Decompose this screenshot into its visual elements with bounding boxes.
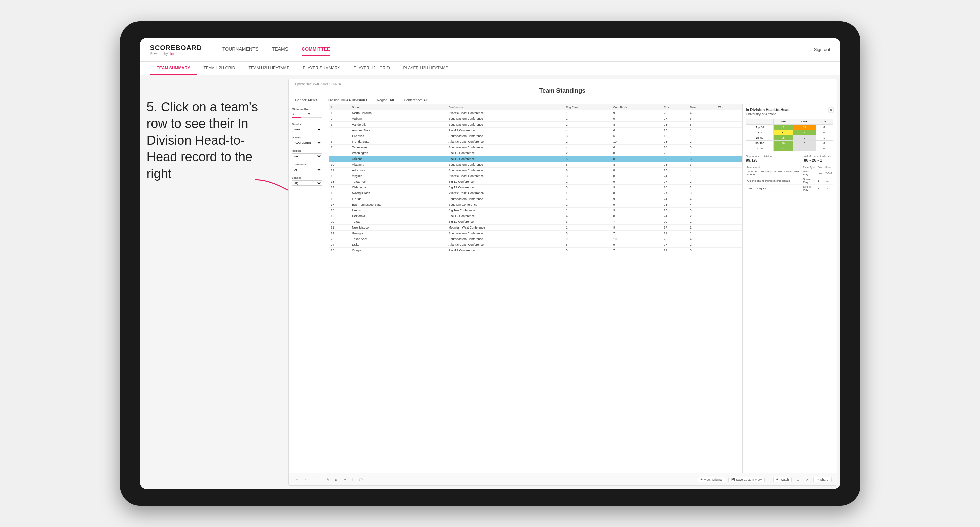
table-row[interactable]: 13 Texas Tech Big 12 Conference 1 9 27 2: [329, 179, 742, 185]
h2h-panel: ✕ In Division Head-to-Head University of…: [742, 104, 837, 473]
division-select[interactable]: NCAA Division I: [292, 140, 322, 145]
forward-button[interactable]: ›: [311, 477, 316, 482]
conference-select[interactable]: (All): [292, 167, 322, 172]
table-row[interactable]: 15 Georgia Tech Atlantic Coast Conferenc…: [329, 190, 742, 196]
school-select[interactable]: (All): [292, 180, 322, 186]
nav-teams[interactable]: TEAMS: [272, 44, 288, 56]
h2h-loss-51100: 3: [793, 141, 816, 146]
gender-section: Gender Men's: [292, 122, 325, 132]
tab-player-h2h-heatmap[interactable]: PLAYER H2H HEATMAP: [396, 62, 455, 75]
table-row[interactable]: 3 Vanderbilt Southeastern Conference 2 8…: [329, 122, 742, 127]
cell-reg-rank: 5: [564, 156, 611, 162]
tab-player-summary[interactable]: PLAYER SUMMARY: [296, 62, 347, 75]
cell-conference: Big 12 Conference: [446, 179, 563, 185]
table-row[interactable]: 6 Florida State Atlantic Coast Conferenc…: [329, 139, 742, 145]
table-row[interactable]: 11 Arkansas Southeastern Conference 6 8 …: [329, 168, 742, 173]
cell-conf-rank: 9: [611, 110, 662, 116]
h2h-win-top10: 3: [774, 124, 793, 130]
cell-win: [716, 162, 742, 168]
sep1: |: [320, 478, 320, 481]
conference-filter: Conference: All: [404, 98, 428, 102]
table-row[interactable]: 7 Tennessee Southeastern Conference 4 6 …: [329, 145, 742, 151]
cell-tour: 6: [688, 116, 716, 122]
cell-school: Florida: [350, 196, 446, 202]
watch-button[interactable]: 👁 Watch: [773, 477, 792, 482]
cell-reg-rank: 2: [564, 122, 611, 127]
grid-button[interactable]: ⊞: [333, 477, 340, 482]
opponents-stat: Opponents in division: 99.1%: [746, 155, 773, 162]
tournament-row-2[interactable]: Arizona Thunderbirds Intercollegiate Str…: [746, 177, 833, 185]
min-rounds-label: Minimum Rou...: [292, 108, 325, 111]
cell-tour: 3: [688, 208, 716, 213]
cell-conference: Southeastern Conference: [446, 196, 563, 202]
table-row[interactable]: 23 Texas A&M Southeastern Conference 9 1…: [329, 236, 742, 242]
table-row[interactable]: 4 Arizona State Pac-12 Conference 4 6 26…: [329, 127, 742, 133]
cell-conf-rank: 10: [611, 139, 662, 145]
tab-team-h2h-grid[interactable]: TEAM H2H GRID: [197, 62, 242, 75]
fullscreen-button[interactable]: ⤢: [804, 477, 811, 482]
cell-rank: 13: [329, 179, 350, 185]
undo-button[interactable]: ↩: [294, 477, 300, 482]
h2h-tie-2650: 1: [816, 135, 833, 141]
min-rounds-slider[interactable]: [292, 117, 322, 119]
nav-committee[interactable]: COMMITTEE: [302, 44, 330, 56]
gender-select[interactable]: Men's: [292, 127, 322, 132]
region-value: All: [390, 98, 394, 102]
table-row[interactable]: 9 Arizona Pac-12 Conference 5 8 30 3: [329, 156, 742, 162]
h2h-label-1125: 11-25: [746, 130, 774, 135]
t-score-1: 2-3-0: [824, 169, 833, 177]
clock-button[interactable]: 🕐: [357, 477, 364, 482]
cell-tour: 5: [688, 122, 716, 127]
table-row[interactable]: 22 Georgia Southeastern Conference 8 7 2…: [329, 230, 742, 236]
cell-win: [716, 110, 742, 116]
table-row[interactable]: 16 Florida Southeastern Conference 7 9 2…: [329, 196, 742, 202]
cell-school: Ole Miss: [350, 133, 446, 139]
table-row[interactable]: 25 Oregon Pac-12 Conference 5 7 21 0: [329, 248, 742, 253]
cell-conf-rank: 6: [611, 127, 662, 133]
tab-player-h2h-grid[interactable]: PLAYER H2H GRID: [347, 62, 396, 75]
table-row[interactable]: 2 Auburn Southeastern Conference 1 9 27 …: [329, 116, 742, 122]
cell-conference: Pac-12 Conference: [446, 213, 563, 219]
table-row[interactable]: 8 Washington Pac-12 Conference 2 8 23 1: [329, 151, 742, 156]
h2h-close-button[interactable]: ✕: [828, 107, 834, 113]
table-row[interactable]: 20 Texas Big 12 Conference 3 7 20 2: [329, 219, 742, 225]
tournament-row-1[interactable]: Jackson T. Stephens Cup Men's Match-Play…: [746, 169, 833, 177]
back-button[interactable]: ‹: [303, 477, 308, 482]
table-row[interactable]: 18 Illinois Big Ten Conference 1 9 23 3: [329, 208, 742, 213]
screen-button[interactable]: ⊡: [794, 477, 801, 482]
min-rounds-input1[interactable]: [292, 112, 305, 116]
cell-reg-rank: 9: [564, 236, 611, 242]
h2h-col-label: [746, 119, 774, 124]
table-row[interactable]: 21 New Mexico Mountain West Conference 1…: [329, 225, 742, 230]
region-select[interactable]: N/A: [292, 154, 322, 159]
view-original-button[interactable]: 👁 View: Original: [697, 477, 725, 482]
h2h-loss-2650: 2: [793, 135, 816, 141]
table-row[interactable]: 14 Oklahoma Big 12 Conference 3 9 26 2: [329, 185, 742, 190]
table-row[interactable]: 12 Virginia Atlantic Coast Conference 3 …: [329, 173, 742, 179]
cell-conference: Southern Conference: [446, 202, 563, 208]
sign-out-link[interactable]: Sign out: [814, 47, 830, 52]
save-custom-button[interactable]: 💾 Save Custom View: [728, 477, 765, 482]
tournament-row-3[interactable]: Cabo Collegiate Stroke Play 11 17: [746, 185, 833, 192]
cell-rds: 23: [662, 110, 688, 116]
min-rounds-input2[interactable]: [307, 112, 320, 116]
tab-team-summary[interactable]: TEAM SUMMARY: [150, 62, 197, 75]
table-row[interactable]: 24 Duke Atlantic Coast Conference 5 9 27…: [329, 242, 742, 248]
table-row[interactable]: 19 California Pac-12 Conference 4 8 24 2: [329, 213, 742, 219]
cell-win: [716, 230, 742, 236]
cell-school: Arkansas: [350, 168, 446, 173]
cell-rank: 9: [329, 156, 350, 162]
table-row[interactable]: 10 Alabama Southeastern Conference 5 8 2…: [329, 162, 742, 168]
add-button[interactable]: +: [342, 477, 348, 482]
cell-reg-rank: 3: [564, 219, 611, 225]
nav-tournaments[interactable]: TOURNAMENTS: [222, 44, 259, 56]
conference-label: Conference: [292, 163, 325, 166]
share-button[interactable]: ↗ Share: [813, 477, 831, 482]
cell-conference: Southeastern Conference: [446, 116, 563, 122]
copy-button[interactable]: ⎘: [325, 477, 330, 482]
table-row[interactable]: 1 North Carolina Atlantic Coast Conferen…: [329, 110, 742, 116]
table-row[interactable]: 5 Ole Miss Southeastern Conference 3 6 1…: [329, 133, 742, 139]
tab-team-h2h-heatmap[interactable]: TEAM H2H HEATMAP: [242, 62, 296, 75]
table-row[interactable]: 17 East Tennessee State Southern Confere…: [329, 202, 742, 208]
cell-reg-rank: 1: [564, 208, 611, 213]
